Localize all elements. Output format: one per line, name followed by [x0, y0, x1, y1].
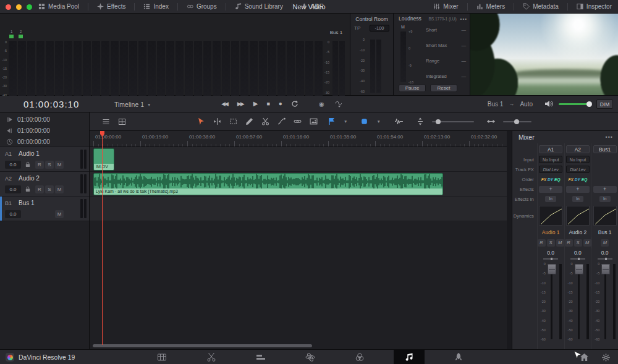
strip-header-bus1[interactable]: Bus1	[593, 145, 617, 153]
horizontal-zoom-icon[interactable]	[487, 117, 495, 125]
trim-tool-icon[interactable]	[213, 117, 221, 125]
solo-button[interactable]: S	[45, 185, 54, 193]
horizontal-zoom-slider-knob[interactable]	[514, 119, 519, 124]
duration-field[interactable]: 00:00:00:00	[0, 136, 89, 147]
playhead[interactable]	[102, 131, 103, 345]
speaker-icon[interactable]	[544, 100, 553, 108]
mixer-menu-button[interactable]: •••	[606, 134, 613, 140]
track-header-bus1[interactable]: B1 Bus 1 0.0 M	[0, 197, 89, 221]
record-arm-button[interactable]: R	[538, 239, 546, 247]
monitor-mode-label[interactable]: Auto	[520, 101, 533, 108]
pencil-tool-icon[interactable]	[245, 117, 253, 125]
out-point-field[interactable]: 01:00:00:00	[0, 125, 89, 136]
fader-knob[interactable]	[575, 264, 583, 274]
marker-dropdown-chevron[interactable]: ▼	[376, 119, 380, 124]
fader-value[interactable]: 0.0	[565, 248, 591, 256]
vertical-zoom-icon[interactable]	[417, 117, 424, 125]
cut-page-button[interactable]	[187, 350, 236, 364]
media-page-button[interactable]	[137, 350, 187, 364]
media-pool-button[interactable]: Media Pool	[38, 3, 79, 10]
vertical-zoom-slider[interactable]	[432, 121, 474, 122]
effects-in-toggle[interactable]: In	[572, 196, 583, 202]
fader-knob[interactable]	[548, 264, 556, 274]
minimize-window-button[interactable]	[16, 4, 22, 10]
processing-order[interactable]: FXDYEQ	[569, 177, 588, 182]
pan-slider[interactable]	[598, 258, 612, 260]
rewind-button[interactable]: ◀◀	[221, 101, 229, 107]
range-selection-icon[interactable]	[229, 117, 237, 125]
add-effect-button[interactable]: +	[566, 186, 590, 193]
audio-clip-a2[interactable]: Lyle Kam - all we do is talk [Thematic].…	[93, 173, 443, 195]
solo-button[interactable]: S	[547, 239, 555, 247]
close-window-button[interactable]	[6, 4, 11, 10]
input-selector[interactable]: No Input	[539, 156, 562, 163]
track-rows-icon[interactable]	[102, 118, 110, 125]
mute-button[interactable]: M	[55, 210, 64, 218]
sound-library-button[interactable]: Sound Library	[235, 3, 283, 10]
track-volume-field[interactable]: 0.0	[5, 210, 21, 218]
record-arm-button[interactable]: R	[35, 161, 44, 169]
punch-record-button[interactable]: ◉	[319, 101, 324, 108]
track-header-audio1[interactable]: A1 Audio 1 0.0 R S M	[0, 147, 89, 172]
input-selector[interactable]: No Input	[566, 156, 590, 163]
index-button[interactable]: Index	[143, 3, 168, 10]
dim-button[interactable]: DIM	[596, 99, 613, 109]
lock-icon[interactable]	[25, 161, 31, 167]
edit-page-button[interactable]	[236, 350, 286, 364]
fader-knob[interactable]	[601, 264, 610, 274]
record-arm-button[interactable]: R	[35, 185, 44, 193]
playhead-timecode[interactable]: 01:00:03:10	[23, 99, 79, 109]
volume-slider-knob[interactable]	[586, 101, 592, 107]
image-tool-icon[interactable]	[310, 117, 318, 125]
loudness-pause-button[interactable]: Pause	[399, 84, 426, 92]
marker-icon[interactable]	[360, 117, 368, 125]
loudness-reset-button[interactable]: Reset	[430, 84, 457, 92]
play-button[interactable]: ▶	[253, 101, 258, 107]
record-button[interactable]: ●	[279, 101, 282, 107]
audio-clip-a1[interactable]: IM.OV	[93, 148, 114, 171]
vertical-zoom-slider-knob[interactable]	[436, 119, 441, 124]
gear-icon[interactable]	[601, 353, 611, 362]
deliver-page-button[interactable]	[434, 350, 483, 364]
track-volume-field[interactable]: 0.0	[5, 161, 21, 169]
mixer-toggle-button[interactable]: Mixer	[433, 3, 458, 10]
fade-tool-icon[interactable]	[277, 117, 286, 125]
maximize-window-button[interactable]	[27, 4, 32, 10]
solo-button[interactable]: S	[45, 161, 54, 169]
stop-button[interactable]: ■	[266, 101, 269, 107]
effects-button[interactable]: Effects	[97, 3, 125, 10]
flag-dropdown-chevron[interactable]: ▼	[344, 119, 347, 124]
dynamics-graph[interactable]	[593, 206, 617, 226]
lock-icon[interactable]	[25, 186, 31, 192]
effects-in-toggle[interactable]: In	[545, 196, 556, 202]
timeline-ruler[interactable]: 01:00:00:0001:00:19:0001:00:38:0001:00:5…	[90, 131, 507, 147]
fast-forward-button[interactable]: ▶▶	[237, 101, 245, 107]
inspector-toggle-button[interactable]: Inspector	[577, 3, 612, 10]
meters-toggle-button[interactable]: Meters	[476, 3, 506, 10]
add-effect-button[interactable]: +	[593, 186, 617, 193]
fader-value[interactable]: 0.0	[591, 248, 618, 256]
track-lane-bus1[interactable]	[90, 197, 507, 221]
strip-header-a2[interactable]: A2	[566, 145, 590, 153]
flag-icon[interactable]	[328, 117, 336, 125]
record-options-button[interactable]	[334, 100, 342, 108]
processing-order[interactable]: FXDYEQ	[541, 177, 561, 182]
color-page-button[interactable]	[335, 350, 384, 364]
groups-button[interactable]: Groups	[187, 3, 217, 10]
mute-button[interactable]: M	[55, 185, 64, 193]
timeline-selector[interactable]: Timeline 1▼	[114, 101, 151, 108]
pan-slider[interactable]	[543, 258, 558, 260]
track-header-audio2[interactable]: A2 Audio 2 0.0 R S M	[0, 172, 89, 197]
waveform-icon[interactable]	[394, 117, 404, 125]
horizontal-zoom-slider[interactable]	[503, 121, 531, 122]
link-clips-icon[interactable]	[294, 117, 302, 125]
dynamics-graph[interactable]	[566, 206, 590, 226]
mute-button[interactable]: M	[583, 239, 591, 247]
track-grid-icon[interactable]	[118, 118, 126, 125]
strip-header-a1[interactable]: A1	[539, 145, 562, 153]
loop-button[interactable]	[291, 100, 298, 108]
mute-button[interactable]: M	[55, 161, 64, 169]
fader-value[interactable]: 0.0	[538, 248, 564, 256]
track-fx-slot[interactable]: Dial Lev	[566, 166, 590, 173]
fusion-page-button[interactable]	[286, 350, 335, 364]
